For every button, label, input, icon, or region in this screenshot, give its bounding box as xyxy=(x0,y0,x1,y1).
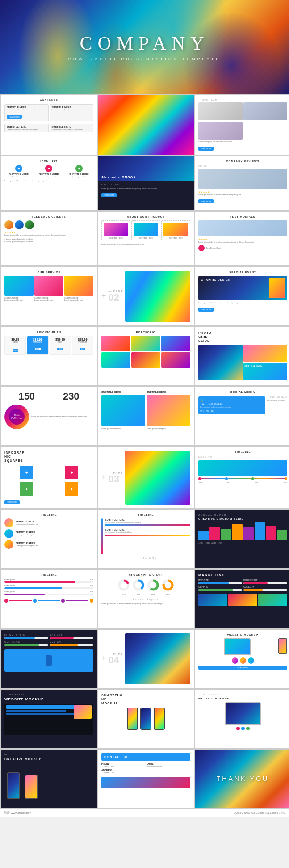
twitter-retweets: 50 xyxy=(206,410,209,413)
photo-grid-title: PHOTOGRIDSLIDE xyxy=(198,331,287,343)
creative-phone-screen-2 xyxy=(25,775,37,798)
pricing-basic-btn: BUY xyxy=(6,345,24,353)
hero-section: COMPANY POWERPOINT PRESENTATION TEMPLATE xyxy=(0,0,289,94)
portfolio-grid xyxy=(101,336,190,368)
special-event-title: SPECIAL EVENT xyxy=(198,271,287,274)
timeline-3-content: SUBTITLE HERE Lorem ipsum description te… xyxy=(101,518,190,554)
watermark-left: 图片 www.nipic.com xyxy=(4,811,31,815)
smartphone-1 xyxy=(127,708,138,730)
portfolio-img-6 xyxy=(161,352,190,368)
progress-bars: Lorem ipsum 80% Lorem ipsum 65% Lorem xyxy=(4,578,93,595)
icon-list-grid: ★ SUBTITLE HERE Lorem ipsum text ♥ SUBTI… xyxy=(4,165,93,178)
tl3-bar-1 xyxy=(105,524,190,526)
timeline-1-line xyxy=(198,478,287,479)
standard-btn[interactable]: BUY xyxy=(35,348,41,350)
content-item-4: SUBTITLE HERE Lorem ipsum dolor sit amet… xyxy=(50,124,94,133)
reviews-btn[interactable]: READ MORE xyxy=(198,199,214,203)
row-11: — WEBSITE WEBSITE MOCKUP SMARTPHONEMOCKU… xyxy=(0,689,289,749)
part02-marble xyxy=(125,271,190,322)
number-150-block: 150 xyxy=(18,391,35,402)
basic-btn[interactable]: BUY xyxy=(13,349,18,352)
pb-fill-1 xyxy=(4,581,75,583)
tl4-dot-2 xyxy=(33,599,37,603)
marketing-track-4 xyxy=(243,589,287,591)
contact-map xyxy=(101,777,190,788)
timeline-dot-4 xyxy=(285,477,287,480)
product-img-3 xyxy=(163,223,188,236)
pb-track-2 xyxy=(4,587,93,589)
slide-company-reviews: COMPANY REVIEWS ONLINE ★★★★★ Lorem ipsum… xyxy=(195,156,289,210)
slide-marble-pink xyxy=(98,95,194,155)
pro-btn[interactable]: BUY xyxy=(57,348,63,350)
slide-infographic-chart: INFOGRAPHIC CHART 20% 40% xyxy=(98,570,194,628)
slide-smartphone-mockup: SMARTPHONEMOCKUP xyxy=(98,690,194,748)
test-avatar-1 xyxy=(198,245,205,251)
alexandre-name-block: Alexandre ONOGA xyxy=(101,176,136,179)
team-btn[interactable]: READ MORE xyxy=(198,147,214,151)
wm3-color-dots xyxy=(198,727,287,730)
tl3-bar-2 xyxy=(105,535,190,536)
pricing-pro: $59.99 PRO BUY xyxy=(50,336,71,355)
donut-3: 60% xyxy=(147,578,160,596)
website-mockup-1-btn[interactable]: READ MORE xyxy=(198,666,287,670)
infographic-chart-title: INFOGRAPHIC CHART xyxy=(101,573,190,576)
pb-container-3: Lorem ipsum 45% xyxy=(4,590,93,595)
mockup-card-2-img xyxy=(147,395,190,426)
slide-timeline-2: TIMELINE SUBTITLE HERE Lorem ipsum descr… xyxy=(1,510,97,568)
slide-portfolio: PORTFOLIO xyxy=(98,327,194,385)
content-item-1: SUBTITLE HERE Lorem ipsum dolor sit amet… xyxy=(4,104,49,121)
tl2-text-3: SUBTITLE HERE Lorem ipsum description te… xyxy=(16,542,38,547)
alexandre-desc: Lorem ipsum dolor sit amet consectetur a… xyxy=(101,187,190,190)
annual-legend-2: ●2018 xyxy=(205,542,209,544)
alexandre-btn[interactable]: READ MORE xyxy=(101,193,117,197)
team-dash: — OUR TEAM xyxy=(198,98,287,101)
infographic-btn[interactable]: READ MORE xyxy=(4,500,20,504)
slide-creative-mockup: — CREATIVE MOCKUP xyxy=(1,750,97,808)
special-event-btn[interactable]: READ MORE xyxy=(198,308,214,312)
pricing-plan-title: PRICING PLAN xyxy=(4,331,93,333)
online-label: ONLINE xyxy=(198,165,287,168)
mockup-cards-grid: SUBTITLE HERE Lorem ipsum description SU… xyxy=(101,391,190,430)
row-10: INFOGRAPHIC VARIETY OUR TEAM DESIGN xyxy=(0,629,289,689)
watermark-right: By:de34042 No:20200726129968440 xyxy=(234,811,285,814)
content-item-3: SUBTITLE HERE Lorem ipsum dolor sit amet… xyxy=(4,124,49,133)
hero-subtitle: POWERPOINT PRESENTATION TEMPLATE xyxy=(68,57,221,61)
slide-pricing-plan: PRICING PLAN $9.99 BASIC BUY $39.99 STAN… xyxy=(1,327,97,385)
portfolio-img-1 xyxy=(101,336,130,351)
tl1-label-3: 2020 xyxy=(255,481,259,484)
pricing-basic-price: $9.99 xyxy=(6,338,24,341)
stars-testimonials: ★★★★☆ xyxy=(198,238,287,241)
twitter-icon: 🐦 xyxy=(200,398,264,402)
dark-fill-3 xyxy=(4,644,39,646)
pb-container-1: Lorem ipsum 80% xyxy=(4,578,93,583)
timeline-4-title: TIMELINE xyxy=(4,573,93,576)
icon-circle-3: ✦ xyxy=(75,165,83,172)
pricing-basic: $9.99 BASIC BUY xyxy=(4,336,26,355)
twitter-stats: 321 50 10 xyxy=(200,410,264,413)
dark-track-2 xyxy=(50,637,94,639)
slide-thank-you: THANK YOU xyxy=(195,750,289,808)
premium-btn[interactable]: BUY xyxy=(80,348,85,350)
dark-info-grid: INFOGRAPHIC VARIETY OUR TEAM DESIGN xyxy=(4,633,93,646)
tl2-circle-1 xyxy=(4,518,13,527)
donut-svg-4 xyxy=(161,578,175,592)
avatar-row xyxy=(4,220,93,229)
tl3-desc-1: Lorem ipsum description text here for ti… xyxy=(105,521,190,524)
mockup-card-2: SUBTITLE HERE Lorem ipsum description xyxy=(147,391,190,430)
part02-number: 02 xyxy=(109,293,123,303)
bar-5 xyxy=(243,527,254,540)
content-item-1-btn[interactable]: READ MORE xyxy=(7,115,22,119)
content-item-3-text: Lorem ipsum dolor sit amet consectetur xyxy=(7,128,46,131)
website-mockup-2-dash: — WEBSITE xyxy=(4,693,93,696)
info-sq-1: ◆ xyxy=(20,466,33,479)
avatar-2 xyxy=(15,220,24,229)
pricing-premium: $99.99 PREMIUM BUY xyxy=(72,336,93,355)
phone-mockup-1 xyxy=(278,638,287,654)
wm3-laptop xyxy=(225,702,261,725)
dark-track-1 xyxy=(4,637,48,639)
right-devices xyxy=(278,638,287,655)
slide-timeline-1: TIMELINE LET'S START 2018 2019 2020 2021 xyxy=(195,447,289,508)
service-desc-1: Lorem ipsum dolor text xyxy=(4,299,34,302)
alexandre-content: OUR TEAM Lorem ipsum dolor sit amet cons… xyxy=(98,181,194,200)
slide-contents: CONTENTS SUBTITLE HERE Lorem ipsum dolor… xyxy=(1,95,97,155)
